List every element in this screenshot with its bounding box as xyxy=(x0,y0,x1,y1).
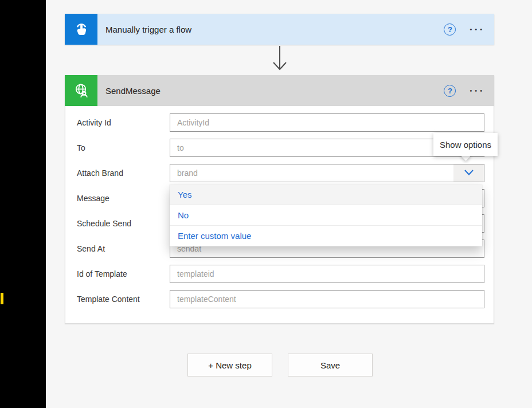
template-id-input[interactable] xyxy=(170,265,484,283)
attach-brand-input[interactable] xyxy=(170,164,484,182)
action-card-title: SendMessage xyxy=(105,86,161,96)
field-label-to: To xyxy=(77,139,85,157)
activity-id-input[interactable] xyxy=(170,113,484,132)
connector-arrow-icon xyxy=(271,46,288,72)
save-button[interactable]: Save xyxy=(288,354,373,376)
globe-user-icon xyxy=(65,75,97,106)
left-rail xyxy=(0,0,46,408)
field-label-message: Message xyxy=(77,189,109,207)
template-content-input[interactable] xyxy=(170,290,484,308)
attach-brand-dropdown: Yes No Enter custom value xyxy=(170,185,482,246)
field-label-schedule-send: Schedule Send xyxy=(77,214,131,233)
dropdown-option-no[interactable]: No xyxy=(170,205,482,226)
dropdown-option-yes[interactable]: Yes xyxy=(170,185,482,205)
field-label-attach-brand: Attach Brand xyxy=(77,164,123,182)
trigger-card-header[interactable]: Manually trigger a flow ? ••• xyxy=(65,14,494,45)
show-options-tooltip: Show options xyxy=(433,133,498,156)
field-label-template-content: Template Content xyxy=(77,290,140,308)
trigger-menu-icon[interactable]: ••• xyxy=(470,26,485,33)
new-step-button[interactable]: + New step xyxy=(187,354,272,376)
chevron-down-icon xyxy=(464,169,474,178)
action-menu-icon[interactable]: ••• xyxy=(470,87,485,94)
trigger-help-icon[interactable]: ? xyxy=(444,23,456,36)
attach-brand-options-button[interactable] xyxy=(453,164,484,182)
trigger-card-title: Manually trigger a flow xyxy=(105,25,191,34)
action-card-header[interactable]: SendMessage ? ••• xyxy=(65,75,494,106)
flow-designer-canvas: Manually trigger a flow ? ••• SendMessag… xyxy=(0,0,532,408)
dropdown-option-enter-custom-value[interactable]: Enter custom value xyxy=(170,226,482,246)
rail-yellow-marker xyxy=(1,293,3,304)
field-label-send-at: Send At xyxy=(77,240,105,258)
field-label-activity-id: Activity Id xyxy=(77,113,111,132)
touch-icon xyxy=(65,14,97,45)
tooltip-text: Show options xyxy=(433,133,498,156)
action-help-icon[interactable]: ? xyxy=(444,85,456,97)
field-label-id-of-template: Id of Template xyxy=(77,265,127,283)
